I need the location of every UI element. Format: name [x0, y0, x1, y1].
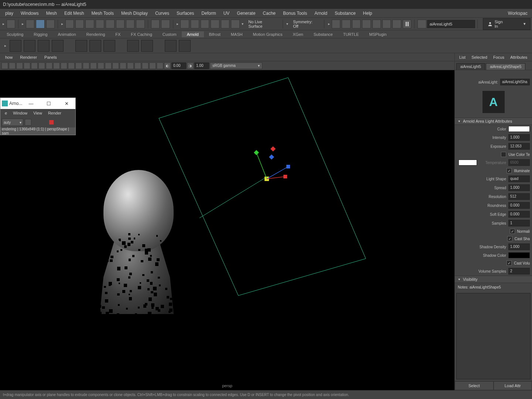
render-1-button[interactable]	[332, 20, 340, 28]
selection-mask-3[interactable]	[85, 20, 94, 28]
shelf-tab-motion-graphics[interactable]: Motion Graphics	[248, 31, 287, 37]
shelf-icon-8[interactable]	[127, 40, 139, 52]
menu-play[interactable]: play	[1, 11, 17, 16]
selection-mask-7[interactable]	[126, 20, 134, 28]
shelf-tab-sculpting[interactable]: Sculpting	[1, 31, 28, 37]
collapse-arrow-icon[interactable]: ▸	[60, 22, 65, 26]
selection-mask-4[interactable]	[96, 20, 104, 28]
gamma-icon[interactable]: ◑	[187, 62, 194, 69]
render-region-button[interactable]	[25, 119, 31, 126]
vp-btn-5[interactable]	[31, 62, 38, 69]
shelf-tab-custom[interactable]: Custom	[157, 31, 182, 37]
menu-curves[interactable]: Curves	[151, 11, 173, 16]
menu-mesh-tools[interactable]: Mesh Tools	[88, 11, 117, 16]
vp-btn-3[interactable]	[16, 62, 23, 69]
shelf-icon-1[interactable]	[10, 40, 21, 52]
attr-tab-transform[interactable]: aiAreaLight5	[456, 63, 485, 70]
vp-btn-11[interactable]	[75, 62, 82, 69]
attr-menu-selected[interactable]: Selected	[468, 55, 490, 59]
vp-btn-8[interactable]	[53, 62, 60, 69]
render-3-button[interactable]	[352, 20, 361, 28]
collapse-arrow-icon[interactable]: ▸	[327, 22, 331, 26]
menu-help[interactable]: Help	[359, 11, 376, 16]
history-1-button[interactable]	[180, 20, 189, 28]
shelf-tab-bifrost[interactable]: Bifrost	[204, 31, 226, 37]
vp-btn-12[interactable]	[83, 62, 89, 69]
vp-btn-18[interactable]	[127, 62, 134, 69]
vp-btn-17[interactable]	[120, 62, 126, 69]
cast-shadows-checkbox[interactable]: ✓	[507, 236, 512, 241]
render-window-titlebar[interactable]: Arno... ― ☐ ✕	[0, 98, 75, 109]
attr-section-visibility[interactable]: ▼Visibility	[455, 276, 532, 283]
menu-substance[interactable]: Substance	[331, 11, 359, 16]
shelf-tab-arnold[interactable]: Arnold	[182, 31, 204, 37]
render-menu-window[interactable]: Window	[10, 111, 30, 115]
history-3-button[interactable]	[201, 20, 209, 28]
menu-arnold[interactable]: Arnold	[311, 11, 331, 16]
vp-btn-1[interactable]	[1, 62, 8, 69]
vp-btn-14[interactable]	[98, 62, 104, 69]
shelf-icon-4[interactable]	[52, 40, 64, 52]
area-light-gizmo[interactable]	[155, 78, 377, 299]
history-2-button[interactable]	[191, 20, 199, 28]
collapse-arrow-icon[interactable]: ▸	[3, 44, 7, 48]
render-4-button[interactable]	[362, 20, 371, 28]
roundness-input[interactable]: 0.000	[508, 202, 530, 209]
vp-btn-15[interactable]	[105, 62, 112, 69]
vp-btn-22[interactable]	[157, 62, 163, 69]
render-menu-file[interactable]: e	[2, 111, 10, 115]
shelf-tab-turtle[interactable]: TURTLE	[338, 31, 364, 37]
lasso-select-button[interactable]	[36, 20, 44, 28]
attr-menu-attributes[interactable]: Attributes	[507, 55, 530, 59]
menu-deform[interactable]: Deform	[198, 11, 219, 16]
history-5-button[interactable]	[221, 20, 229, 28]
attr-menu-focus[interactable]: Focus	[490, 55, 507, 59]
attr-section-light[interactable]: ▼Arnold Area Light Attributes	[455, 117, 532, 125]
exposure-icon[interactable]: ◐	[164, 62, 171, 69]
selection-mask-5[interactable]	[106, 20, 114, 28]
exposure-value[interactable]: 0.00	[171, 62, 186, 69]
dropdown-arrow-icon[interactable]: ▾	[241, 22, 245, 26]
pause-button[interactable]	[403, 20, 411, 28]
arnold-render-window[interactable]: Arno... ― ☐ ✕ e Window View Render auty▾…	[0, 98, 76, 135]
vp-btn-19[interactable]	[134, 62, 141, 69]
attr-menu-display[interactable]: [Displ	[530, 55, 532, 59]
shelf-tab-rendering[interactable]: Rendering	[81, 31, 110, 37]
shelf-icon-9[interactable]	[141, 40, 153, 52]
shelf-icon-5[interactable]	[75, 40, 87, 52]
vp-btn-13[interactable]	[90, 62, 97, 69]
menu-cache[interactable]: Cache	[259, 11, 279, 16]
shelf-icon-3[interactable]	[38, 40, 50, 52]
volume-samples-input[interactable]: 2	[508, 268, 530, 274]
shelf-icon-10[interactable]	[165, 40, 177, 52]
attr-tab-shape[interactable]: aiAreaLightShape5	[486, 63, 525, 70]
render-pass-select[interactable]: auty▾	[2, 119, 23, 126]
shelf-tab-mash[interactable]: MASH	[226, 31, 248, 37]
selection-mask-1[interactable]	[65, 20, 74, 28]
workspace-label[interactable]: Workspac	[508, 11, 531, 16]
render-2-button[interactable]	[342, 20, 350, 28]
menu-bonus-tools[interactable]: Bonus Tools	[279, 11, 311, 16]
shadow-density-input[interactable]: 1.000	[508, 243, 530, 250]
vp-btn-21[interactable]	[149, 62, 156, 69]
select-button[interactable]	[26, 20, 34, 28]
vp-btn-4[interactable]	[24, 62, 30, 69]
vp-btn-9[interactable]	[61, 62, 67, 69]
select-button[interactable]: Select	[455, 381, 494, 390]
menu-edit-mesh[interactable]: Edit Mesh	[61, 11, 88, 16]
resolution-input[interactable]: 512	[508, 193, 530, 200]
collapse-arrow-icon[interactable]: ▸	[175, 22, 180, 26]
selection-mask-2[interactable]	[75, 20, 84, 28]
vp-btn-6[interactable]	[38, 62, 45, 69]
illuminate-checkbox[interactable]: ✓	[507, 168, 512, 173]
shelf-tab-fx[interactable]: FX	[110, 31, 126, 37]
menu-mesh-display[interactable]: Mesh Display	[117, 11, 151, 16]
new-scene-button[interactable]	[7, 20, 15, 28]
render-stop-button[interactable]	[49, 120, 54, 125]
soft-edge-input[interactable]: 0.000	[508, 211, 530, 218]
shelf-icon-11[interactable]	[179, 40, 191, 52]
attr-menu-list[interactable]: List	[456, 55, 468, 59]
shelf-tab-msplugin[interactable]: MSPlugin	[364, 31, 392, 37]
render-6-button[interactable]	[382, 20, 391, 28]
menu-mesh[interactable]: Mesh	[42, 11, 61, 16]
